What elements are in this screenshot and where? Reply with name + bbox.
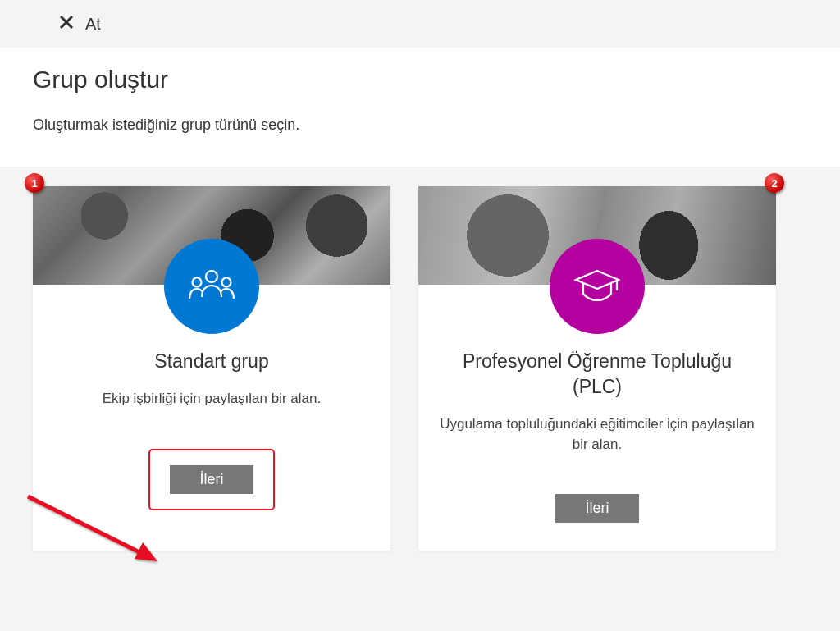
- svg-point-2: [222, 278, 231, 287]
- people-icon: [164, 239, 259, 334]
- header-section: Grup oluştur Oluşturmak istediğiniz grup…: [0, 48, 840, 167]
- top-bar: At: [0, 0, 840, 48]
- next-button[interactable]: İleri: [555, 494, 638, 523]
- graduation-cap-icon: [550, 239, 645, 334]
- card-description: Ekip işbirliği için paylaşılan bir alan.: [52, 389, 371, 409]
- step-badge: 2: [765, 173, 784, 193]
- discard-button[interactable]: At: [59, 15, 101, 34]
- cards-section: 1 Standart grup Ekip işbirliği için payl…: [0, 167, 840, 583]
- close-icon: [59, 15, 74, 33]
- page-title: Grup oluştur: [33, 66, 807, 94]
- svg-point-0: [206, 271, 217, 282]
- page-subtitle: Oluşturmak istediğiniz grup türünü seçin…: [33, 117, 807, 134]
- next-button[interactable]: İleri: [170, 465, 253, 494]
- svg-point-1: [193, 278, 202, 287]
- card-description: Uygulama topluluğundaki eğitimciler için…: [438, 414, 756, 455]
- discard-label: At: [85, 15, 101, 34]
- card-title: Profesyonel Öğrenme Topluluğu (PLC): [438, 349, 756, 400]
- step-badge: 1: [25, 173, 44, 193]
- highlight-box: İleri: [148, 449, 274, 510]
- card-title: Standart grup: [52, 349, 371, 374]
- group-type-card-plc: 2 Profesyonel Öğrenme Topluluğu (PLC) Uy…: [418, 186, 776, 551]
- group-type-card-standard: 1 Standart grup Ekip işbirliği için payl…: [33, 186, 390, 551]
